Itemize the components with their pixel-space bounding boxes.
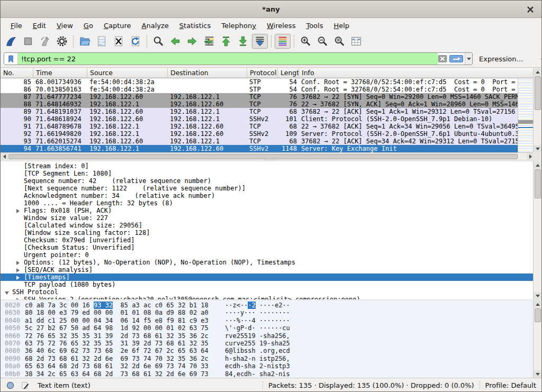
zoom-in-icon[interactable]: [297, 34, 313, 49]
hex-bytes[interactable]: 80 18 00 e3 79 ed 00 00 01 01 08 0a d9 8…: [21, 309, 218, 316]
scroll-thumb[interactable]: [535, 308, 541, 322]
details-vscrollbar[interactable]: [533, 161, 541, 299]
detail-line[interactable]: Window size value: 227: [1, 214, 534, 222]
menu-tools[interactable]: Tools: [301, 20, 328, 32]
expand-icon[interactable]: [16, 209, 20, 213]
hex-row-0040[interactable]: 0040a1 dd c1 25 00 00 04 34 06 14 f5 e8 …: [1, 317, 534, 324]
scroll-up-icon[interactable]: [534, 161, 541, 169]
scroll-thumb[interactable]: [535, 76, 541, 110]
scroll-down-icon[interactable]: [534, 145, 542, 152]
add-filter-button[interactable]: +: [536, 54, 542, 64]
scroll-left-icon[interactable]: [1, 153, 8, 160]
go-back-icon[interactable]: [167, 34, 183, 49]
scroll-down-icon[interactable]: [534, 292, 541, 299]
detail-line[interactable]: [SEQ/ACK analysis]: [1, 266, 534, 274]
detail-line[interactable]: 1000 .... = Header Length: 32 bytes (8): [1, 199, 534, 207]
menu-wireless[interactable]: Wireless: [262, 20, 300, 32]
detail-line[interactable]: Sequence number: 42 (relative sequence n…: [1, 177, 534, 185]
packet-row-90[interactable]: 9071.648618924192.168.122.60192.168.122.…: [1, 115, 534, 123]
hex-ascii[interactable]: rve25519 -sha256,: [218, 332, 290, 340]
hex-bytes[interactable]: a1 dd c1 25 00 00 04 34 06 14 f5 e8 f9 8…: [21, 317, 218, 324]
packet-row-92[interactable]: 9271.661949820192.168.122.1192.168.122.6…: [1, 130, 534, 138]
auto-scroll-icon[interactable]: [252, 34, 268, 49]
scroll-down-icon[interactable]: [534, 370, 541, 378]
hex-ascii[interactable]: \'·gP·d· ······cu: [218, 324, 290, 332]
filter-apply-icon[interactable]: [449, 55, 463, 62]
expand-icon[interactable]: [16, 276, 20, 280]
hex-ascii[interactable]: h-sha2-n istp256,: [218, 355, 290, 362]
menu-help[interactable]: Help: [329, 20, 354, 32]
hex-row-0030[interactable]: 003080 18 00 e3 79 ed 00 00 01 01 08 0a …: [1, 309, 534, 316]
detail-line[interactable]: TCP payload (1080 bytes): [1, 281, 534, 288]
hex-bytes[interactable]: 36 40 6c 69 62 73 73 68 2e 6f 72 67 2c 6…: [21, 347, 218, 354]
menu-capture[interactable]: Capture: [99, 20, 136, 32]
scroll-thumb[interactable]: [535, 169, 541, 198]
hex-ascii[interactable]: 6@libssh .org,ecd: [218, 347, 290, 354]
reload-file-icon[interactable]: [128, 34, 143, 49]
menu-statistics[interactable]: Statistics: [175, 20, 215, 32]
detail-line[interactable]: Urgent pointer: 0: [1, 251, 534, 259]
column-header-destination[interactable]: Destination: [168, 68, 247, 78]
start-capture-icon[interactable]: [3, 34, 19, 49]
packet-row-93[interactable]: 9371.662015274192.168.122.60192.168.122.…: [1, 138, 534, 145]
detail-line[interactable]: Acknowledgment number: 34 (relative ack …: [1, 192, 534, 199]
resize-columns-icon[interactable]: [348, 34, 364, 49]
hex-bytes[interactable]: 65 63 64 68 2d 73 68 61 32 2d 6e 69 73 7…: [21, 362, 218, 370]
detail-line[interactable]: Flags: 0x018 (PSH, ACK): [1, 207, 534, 214]
hex-ascii[interactable]: ···%···4 ········: [218, 317, 290, 324]
scroll-up-icon[interactable]: [534, 68, 542, 76]
scroll-thumb[interactable]: [8, 154, 518, 159]
detail-line[interactable]: [Timestamps]: [1, 274, 534, 281]
scroll-up-icon[interactable]: [534, 300, 541, 308]
column-header-protocol[interactable]: Protocol: [247, 68, 278, 78]
packet-row-87[interactable]: 8771.647777234192.168.122.60192.168.122.…: [1, 93, 534, 101]
menu-analyze[interactable]: Analyze: [137, 20, 174, 32]
capture-options-icon[interactable]: [54, 34, 70, 49]
menu-go[interactable]: Go: [79, 20, 98, 32]
menu-view[interactable]: View: [52, 20, 78, 32]
filter-clear-icon[interactable]: [438, 55, 447, 62]
hex-bytes[interactable]: c0 a8 7a 3c 00 16 93 32 85 a3 ac c0 65 3…: [21, 302, 218, 309]
colorize-icon[interactable]: [275, 34, 291, 49]
capture-comment-icon[interactable]: [20, 380, 30, 391]
hex-row-00a0[interactable]: 00a065 63 64 68 2d 73 68 61 32 2d 6e 69 …: [1, 362, 534, 370]
open-file-icon[interactable]: [77, 34, 93, 49]
detail-line[interactable]: [Stream index: 0]: [1, 162, 534, 170]
detail-line[interactable]: Checksum: 0x79ed [unverified]: [1, 236, 534, 244]
filter-bookmark-icon[interactable]: [4, 53, 18, 65]
close-file-icon[interactable]: [111, 34, 127, 49]
go-last-icon[interactable]: [235, 34, 251, 49]
detail-line[interactable]: SSH Protocol: [1, 288, 534, 296]
packet-row-85[interactable]: 8568.001734936fe:54:00:d4:38:2aSTP54Conf…: [1, 78, 534, 86]
zoom-out-icon[interactable]: [314, 34, 330, 49]
save-file-icon[interactable]: 010101100011: [94, 34, 110, 49]
hex-row-0090[interactable]: 009068 2d 73 68 61 32 2d 6e 69 73 74 70 …: [1, 355, 534, 362]
detail-line[interactable]: [Window size scaling factor: 128]: [1, 229, 534, 236]
hex-bytes[interactable]: 5c 27 b2 67 50 ad 64 98 1d 92 00 00 01 0…: [21, 324, 218, 332]
go-first-icon[interactable]: [218, 34, 234, 49]
profile-status[interactable]: Profile: Default: [485, 381, 536, 389]
column-header-source[interactable]: Source: [87, 68, 168, 78]
detail-line[interactable]: [Next sequence number: 1122 (relative se…: [1, 185, 534, 192]
expert-info-icon[interactable]: [5, 380, 15, 391]
go-forward-icon[interactable]: [184, 34, 200, 49]
find-packet-icon[interactable]: [150, 34, 166, 49]
hex-row-0070[interactable]: 007063 75 72 76 65 32 35 35 31 39 2d 73 …: [1, 340, 534, 347]
hex-ascii[interactable]: 84,ecdh- sha2-nis: [218, 370, 290, 378]
stop-capture-icon[interactable]: [20, 34, 36, 49]
detail-line[interactable]: Options: (12 bytes), No-Operation (NOP),…: [1, 259, 534, 266]
menu-edit[interactable]: Edit: [28, 20, 51, 32]
bytes-vscrollbar[interactable]: [533, 300, 541, 378]
detail-line[interactable]: [TCP Segment Len: 1080]: [1, 170, 534, 177]
display-filter-input[interactable]: [18, 53, 438, 65]
column-header-info[interactable]: Info: [299, 68, 534, 78]
column-header-no[interactable]: No.: [1, 68, 33, 78]
expand-icon[interactable]: [16, 261, 20, 265]
packet-row-88[interactable]: 8871.648146932192.168.122.1192.168.122.6…: [1, 101, 534, 108]
hex-row-0060[interactable]: 006072 76 65 32 35 35 31 39 2d 73 68 61 …: [1, 332, 534, 340]
zoom-reset-icon[interactable]: [331, 34, 347, 49]
hex-bytes[interactable]: 68 2d 73 68 61 32 2d 6e 69 73 74 70 32 3…: [21, 355, 218, 362]
hex-ascii[interactable]: ··z<···2 ····e2··: [218, 302, 290, 309]
menu-file[interactable]: File: [6, 20, 27, 32]
collapse-icon[interactable]: [5, 291, 9, 295]
